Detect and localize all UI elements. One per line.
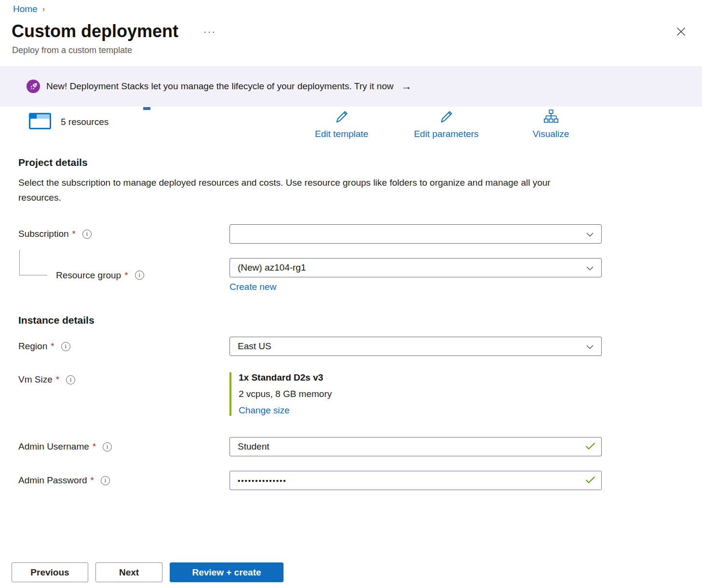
required-asterisk: *: [93, 441, 96, 452]
more-menu-button[interactable]: ···: [203, 26, 216, 37]
chevron-down-icon: [586, 229, 594, 239]
banner-message: New! Deployment Stacks let you manage th…: [46, 81, 393, 92]
review-create-button[interactable]: Review + create: [170, 562, 284, 582]
close-icon[interactable]: [675, 25, 688, 38]
subscription-label: Subscription: [18, 229, 69, 239]
admin-password-label: Admin Password: [18, 475, 87, 486]
visualize-label: Visualize: [533, 129, 569, 139]
visualize-icon: [544, 109, 558, 126]
required-asterisk: *: [72, 229, 76, 239]
wizard-footer: Previous Next Review + create: [12, 562, 284, 582]
custom-deployment-page: { "breadcrumb": { "home": "Home", "separ…: [0, 0, 702, 588]
region-value: East US: [238, 341, 271, 352]
admin-password-field-cell: [230, 471, 602, 490]
page-header: Custom deployment ···: [12, 21, 688, 41]
edit-parameters-link[interactable]: Edit parameters: [394, 109, 499, 139]
resource-group-row: Resource group * (New) az104-rg1 Create …: [18, 258, 702, 292]
resource-group-value: (New) az104-rg1: [238, 262, 306, 273]
resource-group-dropdown[interactable]: (New) az104-rg1: [230, 258, 602, 277]
admin-username-label: Admin Username: [18, 441, 89, 452]
admin-password-row: Admin Password *: [18, 471, 702, 490]
project-details-description: Select the subscription to manage deploy…: [18, 175, 573, 205]
indent-connector-line: [19, 250, 47, 275]
required-asterisk: *: [56, 374, 59, 385]
valid-check-icon: [585, 442, 595, 451]
admin-password-input-box: [230, 471, 602, 490]
vm-size-field-cell: 1x Standard D2s v3 2 vcpus, 8 GB memory …: [230, 372, 602, 416]
admin-password-input[interactable]: [238, 477, 580, 485]
resource-group-label: Resource group: [56, 270, 121, 281]
pencil-icon: [335, 109, 349, 126]
edit-parameters-label: Edit parameters: [414, 129, 478, 139]
info-icon[interactable]: [82, 230, 92, 239]
edit-template-link[interactable]: Edit template: [289, 109, 394, 139]
previous-button[interactable]: Previous: [12, 562, 88, 582]
change-size-link[interactable]: Change size: [239, 405, 290, 416]
arrow-right-icon[interactable]: →: [401, 80, 412, 93]
subscription-dropdown[interactable]: [230, 224, 602, 244]
page-title: Custom deployment: [12, 21, 178, 41]
template-bar: 5 resources Edit template Edit parameter…: [0, 107, 702, 140]
region-field-cell: East US: [230, 337, 602, 356]
resource-group-field-cell: (New) az104-rg1 Create new: [230, 258, 602, 292]
info-icon[interactable]: [103, 442, 112, 451]
resources-count: 5 resources: [61, 117, 108, 127]
template-icon: [29, 112, 51, 132]
resource-group-label-cell: Resource group *: [18, 266, 230, 285]
subscription-row: Subscription *: [18, 224, 702, 244]
region-row: Region * East US: [18, 337, 702, 356]
region-dropdown[interactable]: East US: [230, 337, 602, 356]
next-button[interactable]: Next: [95, 562, 162, 582]
breadcrumb: Home ›: [0, 0, 702, 14]
admin-password-label-cell: Admin Password *: [18, 475, 230, 486]
chevron-down-icon: [586, 262, 594, 273]
create-new-link[interactable]: Create new: [230, 282, 276, 292]
form-content: Project details Select the subscription …: [0, 157, 702, 490]
admin-username-input-box: [230, 437, 602, 456]
instance-details-heading: Instance details: [18, 315, 702, 326]
region-label-cell: Region *: [18, 341, 230, 352]
info-icon[interactable]: [61, 342, 70, 351]
info-icon[interactable]: [66, 375, 75, 384]
vm-size-selection: 1x Standard D2s v3: [239, 372, 602, 383]
breadcrumb-chevron-icon: ›: [42, 5, 45, 14]
rocket-icon: [27, 80, 40, 93]
vm-size-specs: 2 vcpus, 8 GB memory: [239, 389, 602, 399]
chevron-down-icon: [586, 341, 594, 352]
info-icon[interactable]: [101, 476, 110, 485]
region-label: Region: [18, 341, 47, 352]
info-icon[interactable]: [135, 271, 144, 280]
template-resources: 5 resources: [29, 112, 108, 132]
breadcrumb-home-link[interactable]: Home: [13, 4, 38, 14]
required-asterisk: *: [51, 341, 54, 352]
pencil-icon: [439, 109, 454, 126]
vm-size-label: Vm Size: [18, 374, 53, 385]
subscription-field-cell: [230, 224, 602, 244]
template-actions: Edit template Edit parameters: [289, 109, 603, 139]
deployment-stacks-banner: New! Deployment Stacks let you manage th…: [0, 66, 702, 107]
project-details-heading: Project details: [18, 157, 702, 168]
admin-username-label-cell: Admin Username *: [18, 441, 230, 452]
subscription-label-cell: Subscription *: [18, 229, 230, 239]
admin-username-input[interactable]: [238, 441, 580, 452]
page-subtitle: Deploy from a custom template: [12, 45, 702, 55]
vm-size-summary: 1x Standard D2s v3 2 vcpus, 8 GB memory …: [230, 372, 602, 416]
valid-check-icon: [585, 476, 595, 485]
admin-username-field-cell: [230, 437, 602, 456]
edit-template-label: Edit template: [315, 129, 368, 139]
required-asterisk: *: [124, 270, 128, 281]
admin-username-row: Admin Username *: [18, 437, 702, 456]
visualize-link[interactable]: Visualize: [499, 109, 603, 139]
required-asterisk: *: [91, 475, 94, 486]
vm-size-row: Vm Size * 1x Standard D2s v3 2 vcpus, 8 …: [18, 372, 702, 416]
vm-size-label-cell: Vm Size *: [18, 374, 230, 385]
